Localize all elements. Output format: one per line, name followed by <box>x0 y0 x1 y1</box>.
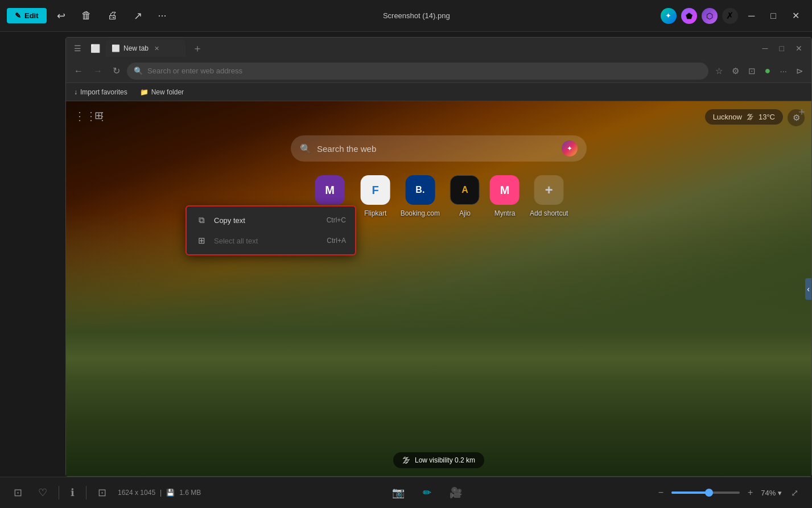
shortcut-label-flipkart: Flipkart <box>364 209 386 217</box>
file-dimensions: 1624 x 1045 <box>118 489 155 497</box>
address-bar: ← → ↻ 🔍 ☆ ⚙ ⊡ ● ··· ⊳ <box>66 59 811 83</box>
back-history-button[interactable]: ↩ <box>51 6 71 26</box>
new-tab-content: ⋮⋮⋮ ⊞ Lucknow 🌫 13°C ⚙ ‹ ＋ 🔍 ✦ <box>66 101 811 476</box>
separator-1 <box>59 486 59 499</box>
select-all-item: ⊞ Select all text Ctrl+A <box>187 230 355 251</box>
separator-2 <box>86 486 86 499</box>
grid-icon[interactable]: ⋮⋮⋮ <box>74 109 108 123</box>
shortcut-myntra[interactable]: M Myntra <box>490 175 520 217</box>
context-menu: ⧉ Copy text Ctrl+C ⊞ Select all text Ctr… <box>186 205 356 255</box>
weather-city: Lucknow <box>713 113 742 121</box>
sidebar-button[interactable]: ⊳ <box>793 63 807 79</box>
minimize-button[interactable]: ─ <box>743 9 760 23</box>
app-icon-1[interactable]: ✦ <box>661 8 677 24</box>
close-button[interactable]: ✕ <box>786 8 805 23</box>
edit-button[interactable]: ✎ Edit <box>7 8 47 23</box>
windows-icon[interactable]: ⊞ <box>94 109 103 122</box>
browser-close[interactable]: ✕ <box>791 42 807 55</box>
zoom-fill <box>671 492 709 494</box>
import-label: Import favorites <box>80 88 127 96</box>
select-all-shortcut: Ctrl+A <box>327 237 346 245</box>
sidebar-icon: ☰ <box>71 42 85 55</box>
app-icon-4[interactable]: ✗ <box>722 8 738 24</box>
zoom-in-button[interactable]: + <box>743 485 757 500</box>
share-button[interactable]: ↗ <box>128 6 148 26</box>
copy-icon: ⧉ <box>196 214 207 226</box>
bottom-toolbar: ⊡ ♡ ℹ ⊡ 1624 x 1045 | 💾 1.6 MB 📷 ✏ 🎥 − +… <box>0 477 812 508</box>
more-options-button[interactable]: ··· <box>152 6 172 25</box>
search-bar[interactable]: 🔍 ✦ <box>291 135 587 162</box>
weather-bottom-text: Low visibility 0.2 km <box>415 456 475 464</box>
zoom-thumb <box>705 489 713 497</box>
edit-icon: ✎ <box>15 11 21 20</box>
search-input[interactable] <box>317 144 556 154</box>
copy-text-item[interactable]: ⧉ Copy text Ctrl+C <box>187 210 355 230</box>
shortcut-label-myntra: Myntra <box>494 209 516 217</box>
edit-label: Edit <box>24 11 39 20</box>
shortcut-icon-add: + <box>534 175 564 205</box>
zoom-dropdown[interactable]: ▾ <box>778 489 782 497</box>
maximize-button[interactable]: □ <box>765 9 782 23</box>
back-button[interactable]: ← <box>71 64 86 79</box>
window-title: Screenshot (14).png <box>177 11 656 20</box>
zoom-out-button[interactable]: − <box>654 485 668 500</box>
shortcut-icon-microsoft365: M <box>315 175 345 205</box>
shortcut-icon-flipkart: F <box>361 175 390 205</box>
info-button[interactable]: ℹ <box>66 484 79 501</box>
app-icon-3[interactable]: ⬡ <box>702 8 718 24</box>
extensions-button[interactable]: ⚙ <box>728 63 743 79</box>
separator-dim: | <box>160 489 162 497</box>
active-tab[interactable]: ⬜ New tab ✕ <box>106 40 186 57</box>
browser-maximize[interactable]: □ <box>775 42 789 55</box>
bottom-right: − + 74% ▾ ⤢ <box>654 485 803 501</box>
zoom-slider[interactable] <box>671 492 740 494</box>
search-icon: 🔍 <box>134 67 143 75</box>
bottom-center: 📷 ✏ 🎥 <box>208 484 646 501</box>
select-all-icon: ⊞ <box>196 235 207 246</box>
shortcut-booking[interactable]: B. Booking.com <box>401 175 440 217</box>
shortcut-add[interactable]: + Add shortcut <box>530 175 568 217</box>
file-info: 1624 x 1045 | 💾 1.6 MB <box>118 489 201 497</box>
new-tab-button[interactable]: ＋ <box>188 39 207 57</box>
import-favorites[interactable]: ↓ Import favorites <box>71 87 131 97</box>
weather-bottom-bar: 🌫 Low visibility 0.2 km <box>393 452 484 468</box>
fit-to-screen-button[interactable]: ⤢ <box>786 485 803 501</box>
address-bar-actions: ☆ ⚙ ⊡ ● ··· ⊳ <box>712 63 807 79</box>
select-all-label: Select all text <box>214 237 320 245</box>
annotate-button[interactable]: ✏ <box>418 484 436 501</box>
print-button[interactable]: 🖨 <box>102 6 123 25</box>
bookmark-bar: ↓ Import favorites 📁 New folder <box>66 83 811 101</box>
folder-icon: 📁 <box>140 88 149 96</box>
forward-button[interactable]: → <box>90 64 106 79</box>
import-icon: ↓ <box>74 88 77 96</box>
capture-button[interactable]: 📷 <box>388 484 409 501</box>
new-folder[interactable]: 📁 New folder <box>137 87 187 97</box>
refresh-button[interactable]: ↻ <box>109 63 123 79</box>
add-button-top[interactable]: ＋ <box>797 105 807 118</box>
copilot-icon[interactable]: ✦ <box>562 141 578 156</box>
browser-minimize[interactable]: ─ <box>758 42 773 55</box>
app-icon-2[interactable]: ⬟ <box>681 8 697 24</box>
tab-close-button[interactable]: ✕ <box>152 44 162 53</box>
split-button[interactable]: ⊡ <box>745 63 759 79</box>
extension-icon: ⬜ <box>87 42 104 55</box>
weather-widget: Lucknow 🌫 13°C <box>705 109 783 125</box>
sidebar-expand-button[interactable]: ‹ <box>805 278 811 300</box>
favorite-button[interactable]: ♡ <box>34 484 52 501</box>
camera-button[interactable]: 🎥 <box>445 484 467 501</box>
address-input-wrap[interactable]: 🔍 <box>127 63 708 80</box>
address-input[interactable] <box>147 67 702 75</box>
shortcut-ajio[interactable]: A Ajio <box>450 175 480 217</box>
shortcut-flipkart[interactable]: F Flipkart <box>361 175 390 217</box>
chevron-left-icon: ‹ <box>807 284 810 294</box>
copy-image-button[interactable]: ⊡ <box>93 484 111 501</box>
browser-more[interactable]: ··· <box>776 63 790 79</box>
search-bar-icon: 🔍 <box>300 143 311 154</box>
profile-button[interactable]: ● <box>761 63 774 79</box>
zoom-display: − + 74% ▾ <box>654 485 782 500</box>
display-button[interactable]: ⊡ <box>9 484 27 501</box>
bg-hills <box>66 214 811 476</box>
delete-button[interactable]: 🗑 <box>76 6 97 25</box>
file-size: 1.6 MB <box>179 489 201 497</box>
favorites-button[interactable]: ☆ <box>712 63 726 79</box>
